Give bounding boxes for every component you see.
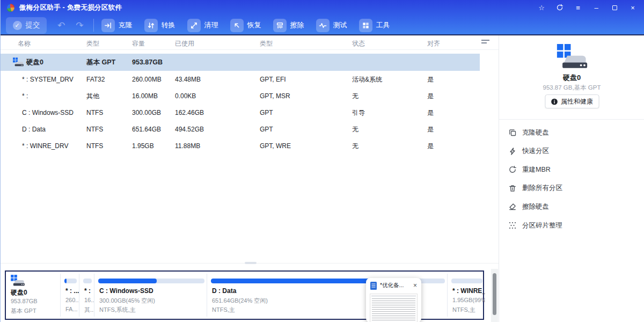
cell-aligned: 是	[427, 138, 434, 155]
toolbar-separator	[93, 19, 94, 32]
restore-icon	[230, 19, 244, 32]
tools-icon	[359, 19, 372, 32]
toolbar-button-label: 转换	[162, 20, 175, 30]
cell-status: 无	[352, 138, 358, 155]
sidebar-item-label: 擦除硬盘	[522, 202, 549, 211]
sidebar-item-clone-disk[interactable]: 克隆硬盘	[499, 123, 644, 142]
toolbar-button-clone[interactable]: 克隆	[101, 19, 133, 32]
col-type2[interactable]: 类型	[260, 39, 273, 48]
partition-size: 651.64GB(24% 空闲)	[212, 297, 268, 305]
toolbar-button-test[interactable]: 测试	[316, 19, 347, 32]
disk-map-partition[interactable]: C : Windows-SSD300.00GB(45% 空闲)NTFS,系统,主	[96, 272, 207, 319]
cell-capacity: 300.00GB	[132, 105, 161, 121]
cell-name: * :	[22, 88, 28, 105]
table-row[interactable]: * : WINRE_DRVNTFS1.95GB11.88MBGPT, WRE无是	[1, 138, 480, 155]
disk-icon-large	[557, 44, 588, 69]
rebuild-mbr-icon	[508, 165, 517, 174]
toolbar-button-label: 恢复	[247, 20, 261, 30]
cell-fs: NTFS	[86, 105, 103, 121]
minimize-icon[interactable]: –	[591, 2, 602, 13]
titlebar[interactable]: 傲梅分区助手 - 免费无损分区软件 ☆≡–×	[1, 0, 644, 15]
sidebar-disk-name: 硬盘0	[499, 73, 644, 83]
window-controls: ☆≡–×	[536, 2, 644, 13]
panel-resize-handle[interactable]	[245, 262, 257, 264]
cell-name: * : SYSTEM_DRV	[22, 71, 74, 88]
disk-map-scrollbar[interactable]	[491, 269, 498, 322]
cell-used: 494.52GB	[175, 121, 204, 138]
partition-table: 名称 类型 容量 已使用 类型 状态 对齐 硬盘0 基本 GPT 953.87G…	[1, 35, 499, 263]
toolbar-button-tools[interactable]: 工具	[359, 19, 390, 32]
scrollbar-thumb[interactable]	[493, 273, 496, 315]
cell-status: 活动&系统	[352, 71, 382, 88]
toolbar-button-label: 擦除	[290, 20, 304, 30]
map-disk-size: 953.87GB	[11, 298, 38, 304]
disk-map-partition[interactable]: * : WINRE_...1.95GB(99%...NTFS,主	[449, 272, 485, 319]
submit-button[interactable]: ✓ 提交	[6, 17, 47, 34]
disk-map-disk-block[interactable]: 硬盘0 953.87GB 基本 GPT	[6, 272, 61, 319]
partition-size: 16....	[84, 297, 94, 303]
table-row[interactable]: * :其他16.00MB0.00KBGPT, MSR无是	[1, 88, 480, 105]
properties-health-button[interactable]: 属性和健康	[545, 94, 599, 108]
notepad-thumbnail-popup[interactable]: *优化备... ×	[366, 278, 421, 322]
table-row[interactable]: * : SYSTEM_DRVFAT32260.00MB43.48MBGPT, E…	[1, 71, 480, 88]
sidebar-item-defrag[interactable]: 分区碎片整理	[499, 216, 644, 235]
sidebar-item-delete-all-partitions[interactable]: 删除所有分区	[499, 179, 644, 197]
main-toolbar: ✓ 提交 ↶ ↷ 克隆转换清理恢复擦除测试工具	[1, 15, 644, 35]
cell-aligned: 是	[427, 121, 434, 138]
disk-map-panel: 硬盘0 953.87GB 基本 GPT * : ...260...FA...* …	[1, 263, 499, 322]
refresh-icon[interactable]	[554, 2, 565, 13]
delete-all-partitions-icon	[508, 184, 517, 193]
cell-name: * : WINRE_DRV	[22, 138, 68, 155]
toolbar-button-restore[interactable]: 恢复	[230, 19, 261, 32]
partition-size: 1.95GB(99%...	[452, 297, 485, 303]
column-settings-icon[interactable]	[481, 39, 489, 47]
partition-name: D : Data	[212, 287, 236, 295]
convert-icon	[144, 19, 158, 32]
sidebar-item-wipe-disk[interactable]: 擦除硬盘	[499, 197, 644, 216]
maximize-icon[interactable]	[609, 2, 620, 13]
col-aligned[interactable]: 对齐	[427, 39, 440, 48]
disk-row-selected[interactable]: 硬盘0 基本 GPT 953.87GB	[1, 54, 480, 71]
properties-health-label: 属性和健康	[561, 97, 593, 106]
partition-name: * : WINRE_...	[452, 287, 485, 295]
clone-icon	[101, 19, 115, 32]
quick-partition-icon	[508, 147, 517, 156]
disk-map-partition[interactable]: * : ...260...FA...	[62, 272, 79, 319]
cell-name: C : Windows-SSD	[22, 105, 74, 121]
toolbar-button-erase[interactable]: 擦除	[273, 19, 304, 32]
document-thumbnail[interactable]	[370, 294, 418, 322]
col-capacity[interactable]: 容量	[132, 39, 145, 48]
disk-name: 硬盘0	[26, 54, 43, 71]
sidebar-disk-info: 953.87 GB,基本 GPT	[499, 84, 644, 92]
col-status[interactable]: 状态	[352, 39, 365, 48]
cell-type2: GPT	[260, 121, 273, 138]
col-type[interactable]: 类型	[86, 39, 99, 48]
popup-header: *优化备... ×	[366, 278, 421, 293]
cell-capacity: 16.00MB	[132, 88, 158, 105]
cell-status: 无	[352, 121, 358, 138]
toolbar-button-clean[interactable]: 清理	[187, 19, 218, 32]
clone-disk-icon	[508, 128, 517, 137]
disk-map-partition[interactable]: * :16....其...	[80, 272, 94, 319]
table-row[interactable]: C : Windows-SSDNTFS300.00GB162.46GBGPT引导…	[1, 105, 480, 121]
cell-capacity: 651.64GB	[132, 121, 161, 138]
usage-bar	[64, 279, 77, 283]
menu-icon[interactable]: ≡	[573, 2, 583, 13]
toolbar-button-label: 清理	[204, 20, 218, 30]
partition-fs: FA...	[65, 306, 78, 312]
popup-close-icon[interactable]: ×	[413, 282, 417, 289]
close-icon[interactable]: ×	[627, 2, 638, 13]
partition-fs: NTFS,主	[212, 306, 235, 314]
toolbar-button-convert[interactable]: 转换	[144, 19, 175, 32]
col-used[interactable]: 已使用	[175, 39, 194, 48]
sidebar-item-quick-partition[interactable]: 快速分区	[499, 142, 644, 160]
toolbar-button-label: 测试	[333, 20, 347, 30]
col-name[interactable]: 名称	[18, 39, 31, 48]
favorite-star-icon[interactable]: ☆	[536, 2, 547, 13]
cell-status: 引导	[352, 105, 365, 121]
table-row[interactable]: D : DataNTFS651.64GB494.52GBGPT无是	[1, 121, 480, 138]
sidebar-item-rebuild-mbr[interactable]: 重建MBR	[499, 160, 644, 179]
partition-fs: NTFS,主	[452, 306, 475, 314]
undo-icon[interactable]: ↶	[57, 21, 65, 30]
redo-icon[interactable]: ↷	[76, 21, 83, 30]
